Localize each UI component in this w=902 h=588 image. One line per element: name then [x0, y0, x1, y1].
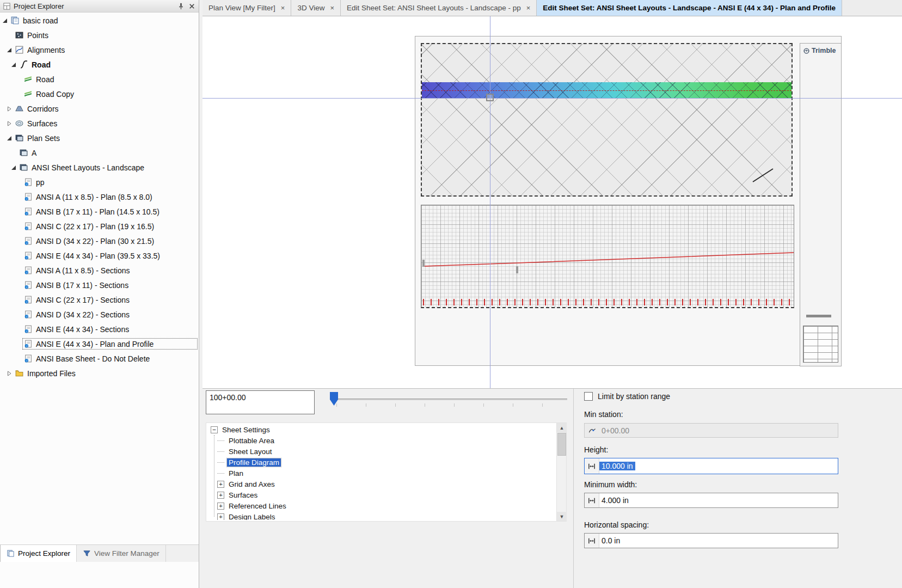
tree-item-imported-files[interactable]: Imported Files [0, 366, 199, 381]
scroll-up-arrow-icon[interactable]: ▲ [557, 423, 567, 432]
horizontal-spacing-field[interactable]: 0.0 in [584, 533, 838, 548]
grip-handle [516, 266, 518, 273]
tree-item-label: ANSI E (44 x 34) - Sections [36, 325, 129, 334]
sheetset-icon [19, 163, 28, 172]
drawing-canvas[interactable]: Trimble [203, 16, 902, 388]
close-icon[interactable] [188, 2, 196, 10]
settings-item-grid-and-axes[interactable]: +Grid and Axes [207, 479, 556, 489]
view-tab-edit-sheet-set-ansi-sheet-layouts-landsc[interactable]: Edit Sheet Set: ANSI Sheet Layouts - Lan… [537, 0, 842, 16]
tree-item-ansi-b-17-x-11-plan-14-5-x-10-5[interactable]: iANSI B (17 x 11) - Plan (14.5 x 10.5) [0, 204, 199, 219]
settings-item-sheet-layout[interactable]: Sheet Layout [207, 446, 556, 457]
tree-item-plan-sets[interactable]: Plan Sets [0, 131, 199, 145]
tree-item-road[interactable]: Road [0, 57, 199, 72]
tree-item-ansi-b-17-x-11-sections[interactable]: iANSI B (17 x 11) - Sections [0, 278, 199, 292]
sheet-icon: i [23, 222, 33, 231]
sheet-icon: i [23, 324, 33, 334]
corridor-color-band [422, 82, 791, 98]
properties-panel: Limit by station range Min station: 0+00… [584, 389, 902, 588]
tree-item-ansi-e-44-x-34-plan-and-profile[interactable]: iANSI E (44 x 34) - Plan and Profile [0, 336, 199, 351]
settings-item-plan[interactable]: Plan [207, 468, 556, 479]
tree-item-a[interactable]: A [0, 145, 199, 160]
scrollbar-thumb[interactable] [557, 433, 566, 456]
settings-item-plottable-area[interactable]: Plottable Area [207, 435, 556, 446]
width-arrows-icon[interactable] [585, 493, 599, 507]
application-window: Project Explorer basic roadPointsAlignme… [0, 0, 902, 588]
settings-item-referenced-lines[interactable]: +Referenced Lines [207, 500, 556, 511]
station-input[interactable]: 100+00.00 [206, 390, 315, 414]
tree-item-basic-road[interactable]: basic road [0, 13, 199, 28]
tree-item-ansi-e-44-x-34-sections[interactable]: iANSI E (44 x 34) - Sections [0, 322, 199, 336]
tree-item-ansi-a-11-x-8-5-sections[interactable]: iANSI A (11 x 8.5) - Sections [0, 263, 199, 278]
tree-item-surfaces[interactable]: Surfaces [0, 116, 199, 131]
settings-item-label: Referenced Lines [227, 502, 288, 510]
settings-item-label: Grid and Axes [227, 480, 277, 488]
expanded-arrow-icon[interactable] [5, 134, 13, 142]
close-tab-icon[interactable]: × [526, 4, 531, 12]
expanded-arrow-icon[interactable] [1, 17, 8, 24]
expanded-arrow-icon[interactable] [5, 46, 13, 53]
surface-icon [15, 119, 24, 128]
tree-indent-spacer [14, 252, 21, 259]
plan-viewport [421, 43, 793, 197]
tree-item-road[interactable]: Road [0, 72, 199, 87]
slider-track[interactable] [330, 399, 567, 400]
collapsed-arrow-icon[interactable] [5, 120, 13, 127]
tree-guide-line [214, 435, 214, 517]
tree-item-ansi-base-sheet-do-not-delete[interactable]: iANSI Base Sheet - Do Not Delete [0, 351, 199, 366]
title-block-table [803, 326, 838, 363]
width-arrows-icon[interactable] [585, 534, 599, 548]
settings-scrollbar[interactable]: ▲ ▼ [556, 423, 566, 521]
tree-item-road-copy[interactable]: Road Copy [0, 87, 199, 101]
collapsed-arrow-icon[interactable] [5, 370, 13, 377]
tree-item-ansi-sheet-layouts-landscape[interactable]: ANSI Sheet Layouts - Landscape [0, 160, 199, 175]
tree-item-points[interactable]: Points [0, 28, 199, 42]
main-area: Plan View [My Filter]×3D View×Edit Sheet… [203, 0, 902, 588]
settings-item-profile-diagram[interactable]: Profile Diagram [207, 457, 556, 468]
plus-expander-icon[interactable]: + [217, 492, 224, 499]
plus-expander-icon[interactable]: + [217, 481, 224, 488]
tree-item-label: Road Copy [36, 90, 74, 99]
sheet-icon: i [23, 354, 33, 363]
tree-item-alignments[interactable]: Alignments [0, 42, 199, 57]
tree-item-corridors[interactable]: Corridors [0, 101, 199, 116]
tree-item-ansi-d-34-x-22-sections[interactable]: iANSI D (34 x 22) - Sections [0, 307, 199, 322]
height-field[interactable]: 10.000 in [584, 458, 838, 474]
settings-item-design-labels[interactable]: +Design Labels [207, 511, 556, 520]
minimum-width-label: Minimum width: [584, 480, 637, 489]
tree-item-pp[interactable]: ipp [0, 175, 199, 189]
width-arrows-icon[interactable] [585, 458, 599, 474]
tree-indent-spacer [10, 149, 17, 156]
expanded-arrow-icon[interactable] [10, 61, 17, 68]
dock-tab-project-explorer[interactable]: Project Explorer [0, 545, 77, 562]
view-tab-plan-view-my-filter[interactable]: Plan View [My Filter]× [203, 0, 291, 16]
tree-item-ansi-c-22-x-17-sections[interactable]: iANSI C (22 x 17) - Sections [0, 292, 199, 307]
close-tab-icon[interactable]: × [330, 4, 334, 12]
settings-item-surfaces[interactable]: +Surfaces [207, 489, 556, 500]
view-tab-edit-sheet-set-ansi-sheet-layouts-landsc[interactable]: Edit Sheet Set: ANSI Sheet Layouts - Lan… [341, 0, 537, 16]
tree-item-ansi-c-22-x-17-plan-19-x-16-5[interactable]: iANSI C (22 x 17) - Plan (19 x 16.5) [0, 219, 199, 234]
min-station-field[interactable]: 0+00.00 [584, 423, 838, 438]
minus-expander-icon[interactable]: − [211, 426, 218, 433]
tree-item-label: basic road [23, 16, 58, 25]
tree-item-ansi-a-11-x-8-5-plan-8-5-x-8-0[interactable]: iANSI A (11 x 8.5) - Plan (8.5 x 8.0) [0, 189, 199, 204]
settings-item-sheet-settings[interactable]: −Sheet Settings [207, 424, 556, 435]
tree-item-label: ANSI D (34 x 22) - Plan (30 x 21.5) [36, 237, 154, 246]
expanded-arrow-icon[interactable] [10, 164, 17, 171]
scale-mark [743, 161, 781, 186]
plus-expander-icon[interactable]: + [217, 513, 224, 520]
close-tab-icon[interactable]: × [281, 4, 285, 12]
dock-tab-label: View Filter Manager [94, 549, 159, 558]
scroll-down-arrow-icon[interactable]: ▼ [557, 512, 567, 521]
tree-item-ansi-d-34-x-22-plan-30-x-21-5[interactable]: iANSI D (34 x 22) - Plan (30 x 21.5) [0, 234, 199, 248]
minimum-width-field[interactable]: 4.000 in [584, 493, 838, 508]
plus-expander-icon[interactable]: + [217, 503, 224, 510]
tree-indent-spacer [14, 311, 21, 318]
pin-icon[interactable] [177, 2, 185, 10]
dock-tab-view-filter-manager[interactable]: View Filter Manager [77, 545, 166, 562]
tree-item-label: Corridors [27, 105, 59, 113]
tree-item-ansi-e-44-x-34-plan-39-5-x-33-5[interactable]: iANSI E (44 x 34) - Plan (39.5 x 33.5) [0, 248, 199, 263]
station-slider [329, 389, 568, 416]
limit-station-checkbox[interactable] [584, 392, 593, 401]
view-tab-3d-view[interactable]: 3D View× [291, 0, 341, 16]
collapsed-arrow-icon[interactable] [5, 105, 13, 112]
